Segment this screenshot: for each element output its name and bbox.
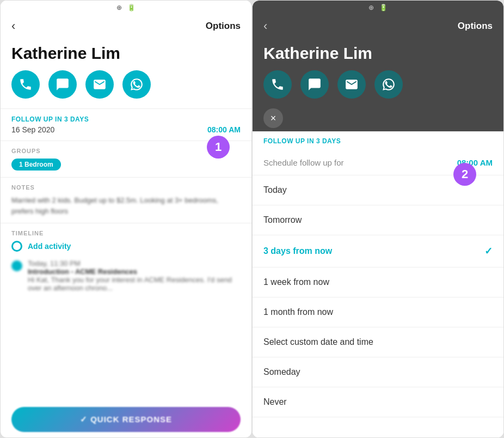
options-label-right[interactable]: Options (458, 21, 493, 32)
left-panel: ⊕ 🔋 ‹ Options Katherine Lim FOLLOW UP IN… (0, 0, 252, 438)
add-activity-text: Add activity (28, 242, 71, 251)
contact-name-right: Katherine Lim (253, 39, 503, 70)
menu-item-never[interactable]: Never (253, 387, 503, 417)
status-bar-left: ⊕ 🔋 (1, 1, 251, 15)
add-activity[interactable]: Add activity (11, 241, 241, 252)
groups-label: GROUPS (11, 148, 241, 154)
timeline-dot-filled (11, 260, 22, 271)
menu-item-1month[interactable]: 1 month from now (253, 297, 503, 327)
main-container: ⊕ 🔋 ‹ Options Katherine Lim FOLLOW UP IN… (0, 0, 504, 438)
schedule-label: Schedule follow up for (263, 158, 344, 167)
timeline-entry-title: Introduction - ACME Residences (28, 267, 241, 276)
timeline-entry: Today, 11:30 PM Introduction - ACME Resi… (11, 259, 241, 292)
whatsapp-button-right[interactable] (374, 70, 403, 99)
email-button-left[interactable] (85, 70, 114, 99)
message-button-right[interactable] (300, 70, 329, 99)
badge-1: 1 (207, 136, 230, 159)
menu-item-label-1week: 1 week from now (263, 277, 329, 287)
options-label-left[interactable]: Options (206, 21, 241, 32)
back-button-right[interactable]: ‹ (263, 19, 267, 33)
menu-item-label-tomorrow: Tomorrow (263, 215, 302, 225)
notes-text: Married with 2 kids. Budget up to $2.5m.… (11, 195, 241, 216)
menu-item-tomorrow[interactable]: Tomorrow (253, 205, 503, 235)
timeline-entry-date: Today, 11:30 PM (28, 259, 241, 267)
menu-item-someday[interactable]: Someday (253, 357, 503, 387)
timeline-entry-text: Hi Kat, Thank you for your interest in A… (28, 276, 241, 292)
menu-item-3days[interactable]: 3 days from now✓ (253, 235, 503, 267)
right-panel: ⊕ 🔋 ‹ Options Katherine Lim (252, 0, 504, 438)
menu-item-label-someday: Someday (263, 367, 300, 377)
follow-up-row-left: 16 Sep 2020 08:00 AM (11, 125, 241, 134)
action-buttons-left (1, 70, 251, 108)
contact-name-left: Katherine Lim (1, 39, 251, 70)
schedule-menu-list: TodayTomorrow3 days from now✓1 week from… (253, 175, 503, 437)
follow-up-bar-left: FOLLOW UP IN 3 DAYS 16 Sep 2020 08:00 AM (1, 108, 251, 141)
menu-item-label-never: Never (263, 397, 287, 407)
header-right: ‹ Options (253, 15, 503, 39)
notes-section: NOTES Married with 2 kids. Budget up to … (1, 177, 251, 223)
call-button-right[interactable] (263, 70, 292, 99)
back-button-left[interactable]: ‹ (11, 19, 15, 33)
timeline-section: TIMELINE Add activity Today, 11:30 PM In… (1, 223, 251, 402)
menu-item-label-custom: Select custom date and time (263, 337, 373, 347)
whatsapp-button-left[interactable] (122, 70, 151, 99)
follow-up-label-right: FOLLOW UP IN 3 DAYS (263, 137, 493, 145)
status-bar-right: ⊕ 🔋 (253, 1, 503, 15)
notes-label: NOTES (11, 184, 241, 191)
menu-item-label-1month: 1 month from now (263, 307, 333, 317)
menu-item-1week[interactable]: 1 week from now (253, 267, 503, 297)
follow-up-date-left: 16 Sep 2020 (11, 125, 54, 134)
timeline-dot (11, 241, 22, 252)
email-button-right[interactable] (337, 70, 366, 99)
right-panel-content: ⊕ 🔋 ‹ Options Katherine Lim (253, 1, 503, 437)
close-button[interactable]: × (263, 108, 283, 128)
follow-up-label-left: FOLLOW UP IN 3 DAYS (11, 115, 241, 123)
badge-2: 2 (453, 163, 476, 186)
message-button-left[interactable] (48, 70, 77, 99)
quick-response-button[interactable]: ✓ QUICK RESPONSE (11, 407, 241, 432)
menu-item-label-today: Today (263, 185, 287, 195)
menu-item-custom[interactable]: Select custom date and time (253, 327, 503, 357)
status-icons-left: ⊕ 🔋 (116, 4, 136, 11)
status-icons-right: ⊕ 🔋 (368, 4, 388, 11)
follow-up-bar-right: FOLLOW UP IN 3 DAYS (253, 131, 503, 150)
call-button-left[interactable] (11, 70, 40, 99)
header-left: ‹ Options (1, 15, 251, 39)
menu-item-label-3days: 3 days from now (263, 246, 332, 256)
group-tag[interactable]: 1 Bedroom (11, 159, 61, 171)
action-buttons-right (253, 70, 503, 108)
check-icon-3days: ✓ (484, 245, 493, 257)
timeline-label: TIMELINE (11, 230, 241, 236)
follow-up-time-left: 08:00 AM (207, 125, 241, 134)
